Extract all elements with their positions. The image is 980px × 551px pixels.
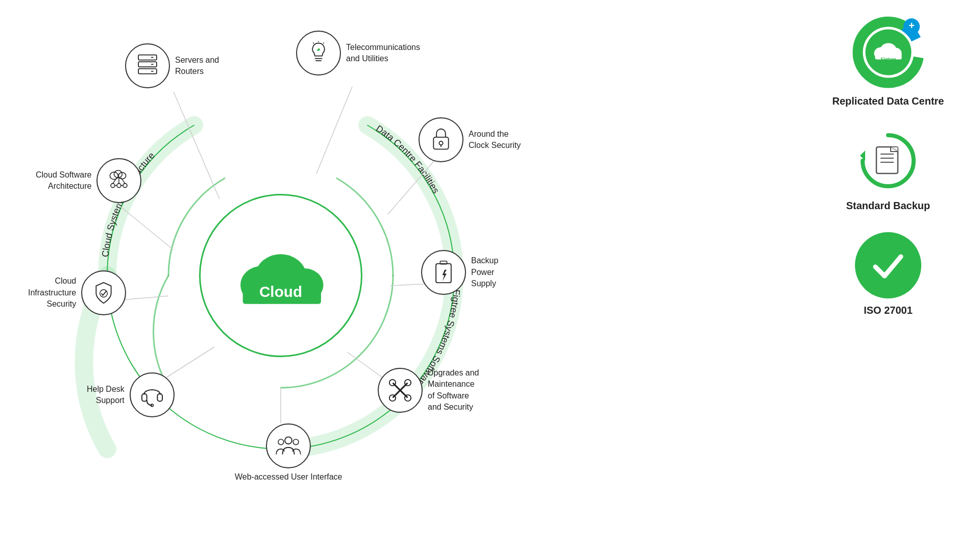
svg-point-33 <box>123 184 127 188</box>
svg-line-27 <box>323 42 324 43</box>
panel-iso: ISO 27001 <box>855 232 921 316</box>
upgrades-label: Upgrades and Maintenance of Software and… <box>428 367 479 413</box>
upgrades-icon-circle <box>378 368 423 413</box>
satellite-around-clock: Around the Clock Security <box>419 117 521 162</box>
checkmark-svg <box>870 247 906 283</box>
svg-rect-46 <box>157 394 162 401</box>
svg-rect-45 <box>142 394 147 401</box>
svg-rect-19 <box>138 62 157 67</box>
headset-icon <box>140 382 164 408</box>
svg-point-32 <box>117 184 121 188</box>
svg-point-53 <box>389 395 396 401</box>
helpdesk-icon-circle <box>130 372 175 417</box>
center-circle: Cloud <box>199 194 362 357</box>
svg-line-26 <box>313 42 313 43</box>
panel-replicated: Figtree + Replicated Data Centre <box>832 15 944 107</box>
telecom-icon-circle <box>296 31 341 76</box>
cloud-software-label: Cloud Software Architecture <box>36 169 91 192</box>
svg-point-54 <box>285 437 292 444</box>
satellite-web-user: Web-accessed User Interface <box>235 423 342 482</box>
satellite-cloud-software: Cloud Software Architecture <box>36 158 141 203</box>
svg-text:Figtree: Figtree <box>880 57 896 62</box>
iso-label: ISO 27001 <box>864 305 913 316</box>
backup-power-label: Backup Power Supply <box>471 255 498 289</box>
cloud-arch-icon <box>107 168 131 193</box>
wrench-icon <box>387 378 413 403</box>
cloud-infra-label: Cloud Infrastructure Security <box>28 276 76 310</box>
cloud-software-icon-circle <box>96 158 141 203</box>
battery-icon <box>434 259 453 286</box>
svg-rect-68 <box>876 147 898 173</box>
right-panel: Figtree + Replicated Data Centre <box>817 15 960 316</box>
diagram-area: Cloud System Infrastructure Data Centre … <box>0 0 561 551</box>
replicated-icon-container: Figtree + <box>851 15 925 89</box>
lock-icon <box>430 127 452 153</box>
svg-point-31 <box>111 184 115 188</box>
backup-svg <box>855 128 921 194</box>
svg-rect-17 <box>138 55 157 60</box>
svg-point-56 <box>293 439 299 445</box>
web-user-icon-circle <box>266 423 311 468</box>
telecom-label: Telecommunications and Utilities <box>346 42 420 65</box>
svg-point-50 <box>389 380 396 386</box>
svg-text:Cloud: Cloud <box>259 283 302 300</box>
replicated-ring-svg: Figtree + <box>851 15 925 89</box>
standard-backup-label: Standard Backup <box>846 200 930 212</box>
servers-label: Servers and Routers <box>175 55 219 78</box>
iso-icon-circle <box>855 232 921 298</box>
backup-icon-container <box>855 128 921 194</box>
svg-line-34 <box>113 178 117 183</box>
svg-line-4 <box>316 87 352 173</box>
satellite-helpdesk: Help Desk Support <box>87 372 175 417</box>
svg-rect-39 <box>433 137 448 149</box>
svg-line-5 <box>117 204 174 250</box>
shield-icon <box>92 280 115 306</box>
lightbulb-icon <box>307 40 330 66</box>
servers-icon-circle <box>125 43 170 88</box>
web-user-label: Web-accessed User Interface <box>235 472 342 482</box>
cloud-svg: Cloud <box>232 242 329 309</box>
satellite-backup-power: Backup Power Supply <box>421 250 498 295</box>
satellite-telecom: Telecommunications and Utilities <box>296 31 420 76</box>
svg-point-55 <box>278 439 284 445</box>
replicated-label: Replicated Data Centre <box>832 95 944 107</box>
svg-rect-21 <box>138 69 157 74</box>
svg-line-3 <box>174 92 219 199</box>
around-clock-label: Around the Clock Security <box>469 129 521 152</box>
satellite-upgrades: Upgrades and Maintenance of Software and… <box>378 367 479 413</box>
svg-text:+: + <box>909 20 915 31</box>
helpdesk-label: Help Desk Support <box>87 384 125 407</box>
cloud-infra-icon-circle <box>81 270 126 315</box>
satellite-cloud-infra: Cloud Infrastructure Security <box>28 270 126 315</box>
svg-point-52 <box>405 380 411 386</box>
server-icon <box>136 53 159 79</box>
clock-security-icon-circle <box>419 117 463 162</box>
svg-point-40 <box>439 141 443 145</box>
svg-point-51 <box>405 395 411 401</box>
satellite-servers: Servers and Routers <box>125 43 219 88</box>
group-icon <box>275 434 302 458</box>
panel-standard-backup: Standard Backup <box>846 128 930 212</box>
backup-power-icon-circle <box>421 250 466 295</box>
svg-point-42 <box>100 290 108 297</box>
